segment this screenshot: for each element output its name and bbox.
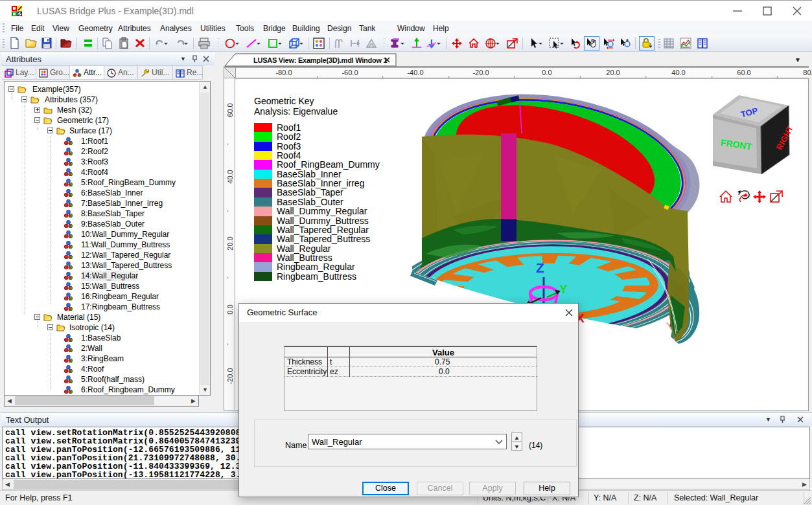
svg-text:Y: Y — [559, 282, 568, 296]
svg-text:Z: Z — [536, 260, 544, 275]
